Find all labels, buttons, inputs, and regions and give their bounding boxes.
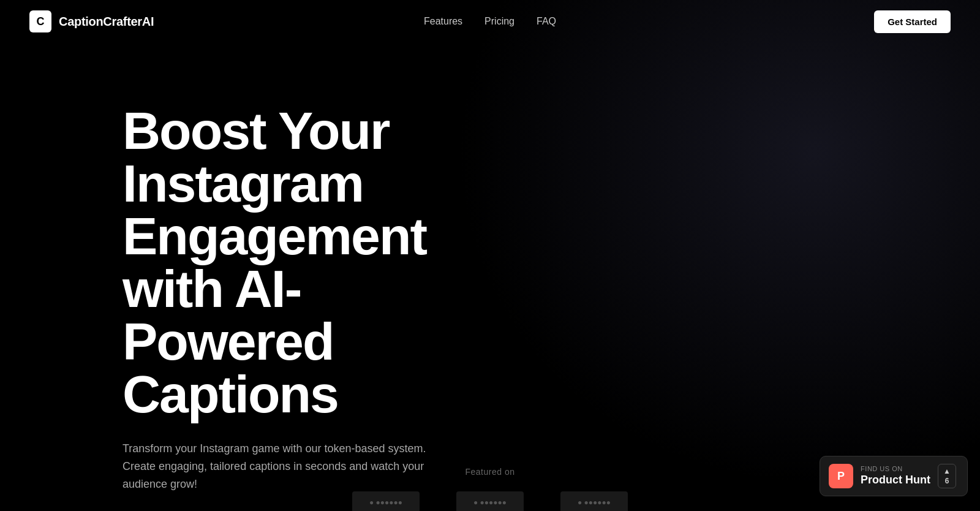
- ph-find-us-label: FIND US ON: [861, 465, 930, 472]
- navbar: C CaptionCrafterAI Features Pricing FAQ …: [0, 0, 980, 43]
- ph-vote-count: 6: [945, 477, 949, 485]
- nav-link-features[interactable]: Features: [424, 16, 462, 27]
- product-hunt-badge[interactable]: P FIND US ON Product Hunt ▲ 6: [820, 456, 968, 496]
- ph-name: Product Hunt: [861, 474, 930, 487]
- nav-link-faq[interactable]: FAQ: [537, 16, 556, 27]
- ph-vote-block: ▲ 6: [938, 464, 956, 488]
- social-logo-1: ● ●●●●●●: [352, 491, 420, 511]
- brand-name: CaptionCrafterAI: [59, 15, 154, 29]
- featured-logos: ● ●●●●●● ● ●●●●●● ● ●●●●●●: [352, 491, 628, 511]
- nav-link-pricing[interactable]: Pricing: [484, 16, 514, 27]
- nav-brand: C CaptionCrafterAI: [29, 10, 154, 32]
- ph-text-block: FIND US ON Product Hunt: [861, 465, 930, 487]
- featured-label: Featured on: [466, 467, 515, 477]
- hero-section: Boost Your Instagram Engagement with AI-…: [0, 43, 466, 511]
- background-gradient: [429, 0, 980, 511]
- logo-letter: C: [37, 15, 45, 28]
- ph-arrow-icon: ▲: [943, 467, 951, 475]
- hero-title: Boost Your Instagram Engagement with AI-…: [123, 104, 466, 420]
- product-hunt-icon: P: [829, 464, 853, 488]
- social-logo-3: ● ●●●●●●: [560, 491, 628, 511]
- get-started-button[interactable]: Get Started: [874, 10, 951, 33]
- ph-letter: P: [837, 470, 845, 483]
- social-logo-2: ● ●●●●●●: [456, 491, 524, 511]
- logo-icon: C: [29, 10, 51, 32]
- nav-links: Features Pricing FAQ: [424, 16, 556, 27]
